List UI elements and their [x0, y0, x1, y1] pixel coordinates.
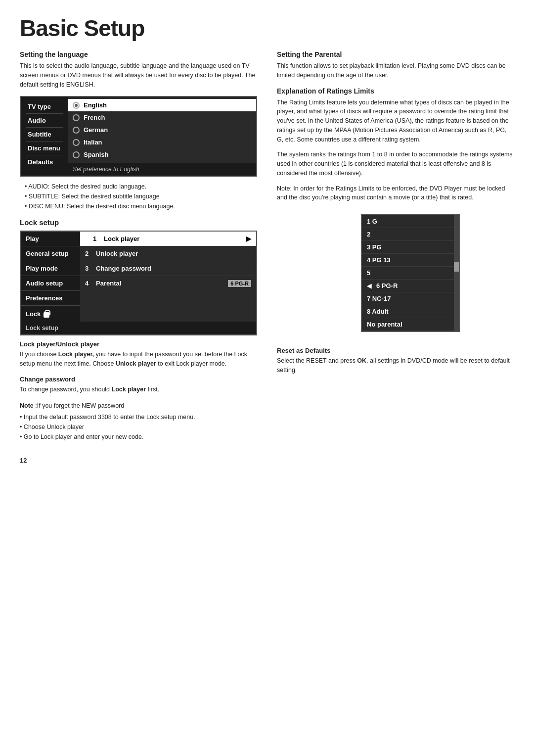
arrow-left-icon: ◀ — [85, 235, 90, 242]
rating-1g-label: 1 G — [367, 218, 377, 225]
bullet-disc-menu: DISC MENU: Select the desired disc menu … — [25, 201, 257, 211]
change-password-text: To change password, you should Lock play… — [20, 385, 257, 394]
explanation-desc2: The system ranks the ratings from 1 to 8… — [277, 150, 514, 178]
setting-parental-title: Setting the Parental — [277, 50, 514, 58]
note-bullet-3: Go to Lock player and enter your new cod… — [20, 432, 257, 442]
rating-4pg13[interactable]: 4 PG 13 — [362, 254, 459, 267]
menu-left-subtitle[interactable]: Subtitle — [26, 128, 63, 142]
language-menu-box[interactable]: TV type Audio Subtitle Disc menu Default… — [20, 96, 257, 177]
lock-player-item[interactable]: ◀ 1 Lock player ▶ — [80, 232, 256, 246]
bullet-subtitle: SUBTITLE: Select the desired subtitle la… — [25, 191, 257, 201]
rating-3pg[interactable]: 3 PG — [362, 241, 459, 254]
rating-6pgr[interactable]: 6 PG-R — [362, 280, 459, 292]
rating-8adult[interactable]: 8 Adult — [362, 305, 459, 318]
change-password-section: Change password To change password, you … — [20, 376, 257, 394]
reset-defaults-section: Reset as Defaults Select the RESET and p… — [277, 347, 514, 375]
change-password-title: Change password — [20, 376, 257, 383]
lang-spanish[interactable]: Spanish — [68, 148, 256, 161]
lock-player-label: Lock player — [104, 235, 139, 242]
parental-item[interactable]: 4 Parental 6 PG-R — [80, 276, 256, 290]
rating-noparental-label: No parental — [367, 321, 402, 328]
lock-left-general[interactable]: General setup — [21, 246, 80, 261]
ratings-box[interactable]: 1 G 2 3 PG 4 PG 13 5 6 PG-R — [361, 214, 460, 332]
radio-spanish — [73, 151, 80, 158]
item-num-3: 3 — [85, 265, 93, 272]
lang-german[interactable]: German — [68, 124, 256, 136]
setting-language-desc: This is to select the audio language, su… — [20, 61, 257, 89]
menu-left-defaults[interactable]: Defaults — [26, 155, 63, 169]
rating-2[interactable]: 2 — [362, 228, 459, 241]
explanation-title: Explanation of Ratings Limits — [277, 87, 514, 95]
rating-7nc17[interactable]: 7 NC-17 — [362, 292, 459, 305]
item-num-4: 4 — [85, 280, 93, 287]
change-password-item[interactable]: 3 Change password — [80, 261, 256, 276]
lock-menu-row: Play General setup Play mode Audio setup… — [21, 232, 256, 322]
lang-english[interactable]: English — [68, 99, 256, 111]
unlock-player-label: Unlock player — [96, 250, 138, 257]
lock-setup-menu-box[interactable]: Play General setup Play mode Audio setup… — [20, 231, 257, 335]
lock-left-audio[interactable]: Audio setup — [21, 276, 80, 291]
rating-5-label: 5 — [367, 269, 370, 277]
unlock-player-item[interactable]: 2 Unlock player — [80, 246, 256, 261]
item-num-2: 2 — [85, 250, 93, 257]
menu-left-tv-type[interactable]: TV type — [26, 100, 63, 114]
menu-left-disc-menu[interactable]: Disc menu — [26, 142, 63, 155]
right-column: Setting the Parental This function allow… — [277, 50, 514, 464]
lock-menu-left-panel: Play General setup Play mode Audio setup… — [21, 232, 80, 322]
language-bullet-list: AUDIO: Select the desired audio language… — [25, 182, 257, 211]
menu-left-audio[interactable]: Audio — [26, 114, 63, 128]
rating-2-label: 2 — [367, 231, 370, 238]
lock-left-play[interactable]: Play — [21, 232, 80, 246]
note-bullet-2: Choose Unlock player — [20, 422, 257, 432]
page-title: Basic Setup — [20, 15, 514, 42]
menu-right-panel: English French German Italian — [68, 97, 256, 163]
lock-left-lock[interactable]: Lock — [21, 306, 80, 322]
parental-badge: 6 PG-R — [228, 280, 251, 287]
lock-player-section: Lock player/Unlock player If you choose … — [20, 340, 257, 369]
lock-player-text: If you choose Lock player, you have to i… — [20, 350, 257, 369]
lock-setup-heading: Lock setup — [20, 218, 257, 227]
explanation-desc1: The Rating Limits feature lets you deter… — [277, 98, 514, 144]
rating-6pgr-label: 6 PG-R — [376, 282, 398, 289]
parental-label: Parental — [96, 280, 121, 287]
radio-italian — [73, 139, 80, 146]
lock-menu-footer: Lock setup — [21, 322, 256, 334]
lock-icon — [43, 309, 50, 318]
radio-english — [73, 102, 80, 109]
left-column: Setting the language This is to select t… — [20, 50, 257, 464]
scrollbar-thumb[interactable] — [454, 262, 459, 272]
rating-4pg13-label: 4 PG 13 — [367, 256, 391, 264]
lock-left-preferences[interactable]: Preferences — [21, 291, 80, 306]
setting-parental-desc: This function allows to set playback lim… — [277, 61, 514, 80]
rating-1g[interactable]: 1 G — [362, 215, 459, 228]
note-bullet-1: Input the default password 3308 to enter… — [20, 412, 257, 422]
radio-german — [73, 127, 80, 134]
rating-3pg-label: 3 PG — [367, 243, 382, 251]
lang-italian[interactable]: Italian — [68, 136, 256, 148]
rating-noparental[interactable]: No parental — [362, 318, 459, 331]
rating-8adult-label: 8 Adult — [367, 308, 389, 315]
bullet-audio: AUDIO: Select the desired audio language… — [25, 182, 257, 191]
page-number: 12 — [20, 457, 257, 464]
note-bullet-list: Input the default password 3308 to enter… — [20, 412, 257, 442]
change-password-label: Change password — [96, 265, 151, 272]
lang-french[interactable]: French — [68, 111, 256, 124]
item-num-1: 1 — [93, 235, 101, 242]
reset-defaults-title: Reset as Defaults — [277, 347, 514, 354]
rating-7nc17-label: 7 NC-17 — [367, 295, 391, 302]
menu-left-panel: TV type Audio Subtitle Disc menu Default… — [21, 97, 68, 176]
note-text: Note :If you forget the NEW password — [20, 401, 257, 411]
explanation-section: Explanation of Ratings Limits The Rating… — [277, 87, 514, 203]
radio-french — [73, 114, 80, 121]
reset-defaults-text: Select the RESET and press OK, all setti… — [277, 356, 514, 375]
language-menu-footer: Set preference to English — [68, 163, 256, 176]
explanation-desc3: Note: In order for the Ratings Limits to… — [277, 184, 514, 203]
setting-parental-section: Setting the Parental This function allow… — [277, 50, 514, 80]
lock-left-playmode[interactable]: Play mode — [21, 261, 80, 276]
scrollbar-track[interactable] — [454, 215, 459, 331]
lock-menu-right-panel: ◀ 1 Lock player ▶ 2 Unlock player 3 Chan… — [80, 232, 256, 322]
arrow-right-icon: ▶ — [246, 235, 251, 242]
note-section: Note :If you forget the NEW password Inp… — [20, 401, 257, 442]
setting-language-title: Setting the language — [20, 50, 257, 58]
rating-5[interactable]: 5 — [362, 267, 459, 280]
